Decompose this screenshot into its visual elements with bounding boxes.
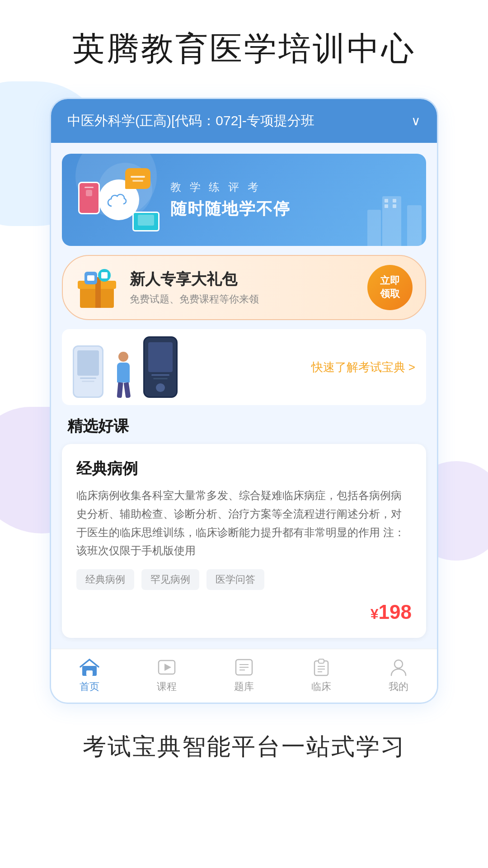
course-card-desc: 临床病例收集各科室大量常多发、综合疑难临床病症，包括各病例病史分析、辅助检查、诊… xyxy=(76,486,412,560)
phone-icon xyxy=(78,182,100,214)
list-icon xyxy=(233,658,255,676)
gift-claim-button[interactable]: 立即 领取 xyxy=(367,265,413,310)
banner-text: 教 学 练 评 考 随时随地学不停 xyxy=(170,180,410,220)
clipboard-icon xyxy=(310,658,332,676)
nav-label-home: 首页 xyxy=(80,680,99,693)
nav-label-courses: 课程 xyxy=(157,680,177,693)
home-icon xyxy=(79,658,100,676)
nav-item-home[interactable]: 首页 xyxy=(51,649,128,703)
gift-text: 新人专享大礼包 免费试题、免费课程等你来领 xyxy=(130,269,367,306)
nav-item-questions[interactable]: 题库 xyxy=(206,649,283,703)
price-symbol: ¥ xyxy=(371,606,379,622)
gift-illustration xyxy=(75,267,121,308)
nav-item-clinical[interactable]: 临床 xyxy=(282,649,360,703)
nav-label-mine: 我的 xyxy=(389,680,408,693)
svg-point-13 xyxy=(394,660,403,668)
nav-item-courses[interactable]: 课程 xyxy=(128,649,206,703)
gift-banner[interactable]: 新人专享大礼包 免费试题、免费课程等你来领 立即 领取 xyxy=(62,255,426,320)
exam-guide-link[interactable]: 快速了解考试宝典 > xyxy=(178,359,415,375)
page-wrapper: 英腾教育医学培训中心 中医外科学(正高)[代码：072]-专项提分班 ∨ xyxy=(0,0,488,799)
svg-rect-1 xyxy=(86,670,93,676)
gift-sub: 免费试题、免费课程等你来领 xyxy=(130,292,367,306)
gift-item-2 xyxy=(98,269,111,282)
banner-icons xyxy=(78,168,160,231)
phone-illustration-1 xyxy=(73,345,103,398)
chevron-down-icon: ∨ xyxy=(411,113,421,128)
nav-label-clinical: 临床 xyxy=(311,680,331,693)
course-card[interactable]: 经典病例 临床病例收集各科室大量常多发、综合疑难临床病症，包括各病例病史分析、辅… xyxy=(62,444,426,638)
gift-item-1 xyxy=(84,272,97,284)
gift-title: 新人专享大礼包 xyxy=(130,269,367,290)
svg-marker-3 xyxy=(164,664,171,671)
person-icon xyxy=(388,658,409,676)
phone-illustration-2 xyxy=(143,336,178,398)
course-tag-0: 经典病例 xyxy=(76,569,134,590)
nav-label-questions: 题库 xyxy=(234,680,254,693)
message-icon xyxy=(125,168,150,189)
section-title: 精选好课 xyxy=(51,405,437,444)
person-figure xyxy=(111,348,136,398)
bottom-navigation: 首页 课程 xyxy=(51,649,437,703)
course-tag-1: 罕见病例 xyxy=(141,569,199,590)
course-price: ¥198 xyxy=(76,601,412,623)
page-subtitle: 考试宝典智能平台一站式学习 xyxy=(65,704,424,799)
hero-banner: 教 学 练 评 考 随时随地学不停 xyxy=(62,154,426,246)
tablet-icon xyxy=(132,212,160,231)
page-title: 英腾教育医学培训中心 xyxy=(72,27,416,71)
banner-main-text: 随时随地学不停 xyxy=(170,198,410,220)
play-icon xyxy=(156,658,178,676)
info-banner: 快速了解考试宝典 > xyxy=(62,329,426,405)
course-tags: 经典病例 罕见病例 医学问答 xyxy=(76,569,412,590)
phone-frame: 中医外科学(正高)[代码：072]-专项提分班 ∨ xyxy=(50,98,438,704)
course-card-title: 经典病例 xyxy=(76,458,412,479)
course-tag-2: 医学问答 xyxy=(206,569,264,590)
app-header[interactable]: 中医外科学(正高)[代码：072]-专项提分班 ∨ xyxy=(51,99,437,143)
phone-illustrations xyxy=(73,336,178,398)
banner-sub-text: 教 学 练 评 考 xyxy=(170,180,410,194)
svg-rect-9 xyxy=(319,659,324,663)
nav-item-mine[interactable]: 我的 xyxy=(360,649,437,703)
course-selector-label: 中医外科学(正高)[代码：072]-专项提分班 xyxy=(67,112,411,130)
banner-icon-group xyxy=(78,168,160,231)
price-value: 198 xyxy=(379,601,412,623)
